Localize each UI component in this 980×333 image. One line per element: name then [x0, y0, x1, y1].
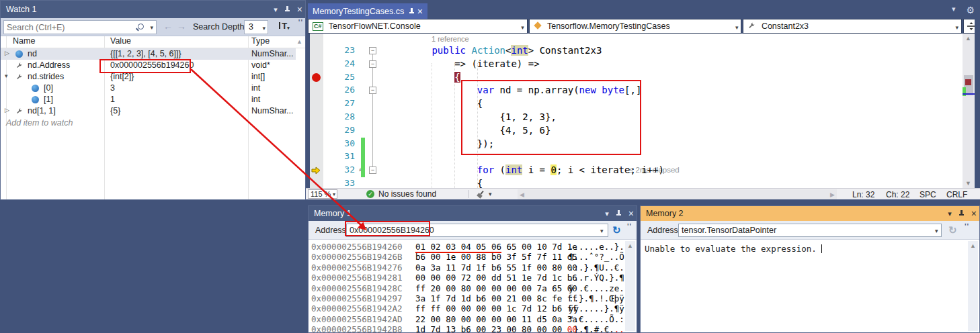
search-depth-select[interactable]: 3 ▾ — [244, 20, 268, 34]
address-dropdown-icon[interactable]: ▾ — [600, 228, 604, 234]
zoom-select[interactable]: 115 %▾ — [308, 189, 337, 199]
editor-vertical-scrollbar[interactable]: ▲ ▼ — [963, 34, 975, 188]
scroll-down-icon[interactable]: ▼ — [965, 180, 971, 187]
active-files-dropdown-icon[interactable]: ▾ — [952, 5, 956, 15]
scroll-up-icon[interactable]: ▲ — [965, 35, 971, 42]
memory1-hex-view[interactable]: 0x000002556B19426001 02 03 04 05 06 65 0… — [309, 242, 624, 333]
field-icon — [15, 50, 23, 58]
pin-icon[interactable] — [958, 210, 965, 217]
memory-row[interactable]: 0x000002556B1942A2ff ff 00 00 00 00 1c 7… — [309, 303, 624, 314]
memory-row[interactable]: 0x000002556B19426Bb6 00 1e 00 88 b0 3f 5… — [309, 252, 624, 262]
spaces-indicator[interactable]: SPC — [920, 190, 936, 199]
pin-icon[interactable] — [284, 6, 290, 13]
code-line[interactable]: 33 { — [310, 177, 963, 188]
code-line[interactable]: 25 { — [310, 71, 963, 85]
close-icon[interactable]: × — [971, 209, 977, 218]
search-back-icon[interactable]: ← — [163, 21, 173, 32]
code-line[interactable]: 29 {4, 5, 6} — [310, 124, 963, 138]
codelens-references[interactable]: 1 reference — [432, 35, 469, 43]
text-caret — [821, 244, 822, 253]
tab-pin-icon[interactable] — [409, 8, 413, 15]
code-line[interactable]: 32✎− for (int i = 0; i < iterate; i++)≤ … — [310, 164, 963, 177]
issues-status[interactable]: No issues found — [378, 189, 436, 199]
refresh-icon[interactable]: ↻ — [612, 224, 621, 236]
code-line[interactable]: 26− var nd = np.array(new byte[,] — [310, 84, 963, 97]
code-line[interactable]: 24− => (iterate) => — [310, 58, 963, 71]
scroll-right-icon[interactable]: ▶ — [830, 191, 835, 198]
code-line[interactable]: 28 {1, 2, 3}, — [310, 111, 963, 124]
code-line[interactable]: 27 { — [310, 97, 963, 111]
watch-row[interactable]: nd.Address0x000002556b194260void* — [1, 60, 296, 71]
watch-row[interactable]: ▷nd[1, 1]{5}NumShar... — [1, 105, 296, 117]
toolbar-overflow-icon[interactable]: '' — [627, 222, 632, 230]
search-icon[interactable] — [138, 23, 144, 30]
close-icon[interactable]: × — [297, 5, 302, 14]
expander-icon[interactable]: ▷ — [5, 50, 9, 56]
add-watch-item-row[interactable]: Add item to watch — [1, 117, 73, 129]
collapse-icon[interactable]: − — [369, 87, 376, 94]
memory-row[interactable]: 0x000002556B19426001 02 03 04 05 06 65 0… — [309, 242, 624, 252]
tab-close-icon[interactable]: × — [417, 7, 423, 16]
memory-row[interactable]: 0x000002556B19428Cff 20 00 80 00 00 00 0… — [309, 283, 624, 293]
address-dropdown-icon[interactable]: ▾ — [935, 228, 938, 234]
watch-row[interactable]: ▾nd.strides{int[2]}int[] — [1, 71, 296, 83]
memory1-scrollbar[interactable]: ▲ — [625, 241, 635, 331]
code-cleanup-icon[interactable] — [477, 191, 485, 198]
memory2-address-input[interactable] — [678, 224, 942, 237]
watch-row[interactable]: [0]3int — [1, 83, 296, 94]
search-dropdown-icon[interactable]: ▾ — [150, 24, 153, 31]
project-dropdown[interactable]: C# TensorFlowNET.Console ▾ — [308, 19, 528, 34]
column-header-name[interactable]: Name — [13, 36, 35, 48]
breakpoint-icon[interactable] — [312, 73, 321, 82]
memory-row[interactable]: 0x000002556B1942B81d 7d 13 b6 00 23 00 8… — [309, 324, 624, 333]
column-header-value[interactable]: Value — [110, 36, 131, 48]
line-indicator[interactable]: Ln: 32 — [852, 190, 874, 199]
method-dropdown[interactable]: Constant2x3 ▾ — [743, 19, 962, 34]
memory-row[interactable]: 0x000002556B1942AD22 00 80 00 00 00 00 1… — [309, 314, 624, 324]
memory-row[interactable]: 0x000002556B19428100 00 00 72 00 dd 51 1… — [309, 273, 624, 283]
editor-horizontal-scrollbar[interactable]: ◀ ▶ — [518, 189, 837, 199]
code-cleanup-dropdown-icon[interactable]: ▾ — [489, 191, 492, 197]
watch-row[interactable]: ▷nd{[[1, 2, 3], [4, 5, 6]]}NumShar... — [1, 48, 296, 60]
gear-icon[interactable]: ⚙ — [966, 5, 975, 15]
class-dropdown[interactable]: Tensorflow.MemoryTestingCases ▾ — [529, 19, 742, 34]
pin-icon[interactable] — [616, 210, 622, 217]
memory-bytes: b6 00 1e 00 88 b0 3f 5f 7f 11 d5 — [415, 252, 577, 262]
window-position-menu-icon[interactable]: ▾ — [948, 210, 952, 218]
memory-ascii: ".€.....Õ.: — [569, 314, 624, 324]
toolbar-overflow-icon[interactable]: '' — [965, 222, 969, 230]
document-tab[interactable]: MemoryTestingCases.cs × — [308, 3, 427, 19]
code-editor[interactable]: 1 reference 23− public Action<int> Const… — [310, 34, 963, 188]
window-position-menu-icon[interactable]: ▾ — [605, 210, 609, 218]
collapse-icon[interactable]: − — [369, 47, 376, 54]
memory2-scrollbar[interactable]: ▲ — [968, 241, 978, 331]
search-input[interactable] — [7, 21, 128, 33]
watch-name: [1] — [44, 95, 53, 104]
memory-row[interactable]: 0x000002556B1942760a 3a 11 7d 1f b6 55 1… — [309, 263, 624, 273]
search-forward-icon[interactable]: → — [177, 21, 186, 32]
collapse-icon[interactable]: − — [369, 166, 376, 174]
property-icon — [15, 73, 23, 81]
code-line[interactable]: 23− public Action<int> Constant2x3 — [310, 44, 963, 58]
close-icon[interactable]: × — [628, 209, 634, 218]
memory-address: 0x000002556B194297 — [311, 293, 402, 303]
code-line[interactable]: 31 — [310, 150, 963, 164]
code-line[interactable]: 30 }); — [310, 138, 963, 151]
column-header-type[interactable]: Type — [251, 36, 270, 48]
expander-icon[interactable]: ▾ — [5, 73, 8, 79]
memory-row[interactable]: 0x000002556B1942973a 1f 7d 1d b6 00 21 0… — [309, 293, 624, 303]
eol-indicator[interactable]: CRLF — [946, 190, 967, 199]
collapse-icon[interactable]: − — [369, 60, 376, 68]
scroll-up-icon[interactable]: ▲ — [627, 242, 633, 249]
column-indicator[interactable]: Ch: 22 — [886, 190, 909, 199]
watch-row[interactable]: [1]1int — [1, 94, 296, 105]
memory1-address-input[interactable] — [346, 224, 608, 237]
change-bar — [361, 138, 365, 151]
scroll-up-icon[interactable]: ▲ — [970, 242, 976, 249]
scroll-left-icon[interactable]: ◀ — [520, 191, 524, 198]
watch-filter-icon[interactable]: T▾ — [276, 21, 292, 34]
expander-icon[interactable]: ▷ — [5, 107, 9, 113]
toolbar-overflow-icon[interactable]: '' — [298, 18, 303, 26]
window-position-menu-icon[interactable]: ▾ — [274, 6, 278, 13]
scroll-up-icon[interactable]: ▲ — [296, 38, 302, 45]
